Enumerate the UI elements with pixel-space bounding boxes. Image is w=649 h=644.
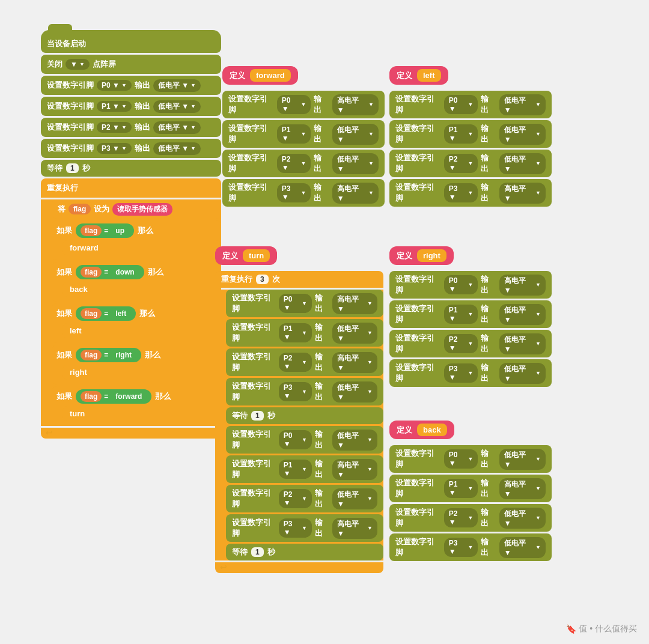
back-p0[interactable]: 设置数字引脚 P0 ▼ 输出 低电平 ▼ <box>389 445 552 473</box>
fwd-p2[interactable]: 设置数字引脚 P2 ▼ 输出 低电平 ▼ <box>222 150 385 177</box>
right-p3[interactable]: 设置数字引脚 P3 ▼ 输出 低电平 ▼ <box>389 359 552 387</box>
cond-left: flag = left <box>76 306 136 321</box>
cond-down: flag = down <box>76 265 144 279</box>
turn-p1-hi[interactable]: 设置数字引脚 P1 ▼ 输出 高电平 ▼ <box>226 455 383 483</box>
call-turn[interactable]: turn <box>62 406 221 421</box>
dot-screen-label: 点阵屏 <box>93 59 116 70</box>
right-p2[interactable]: 设置数字引脚 P2 ▼ 输出 低电平 ▼ <box>389 330 552 357</box>
watermark: 🔖 值 • 什么值得买 <box>566 624 637 634</box>
right-p1[interactable]: 设置数字引脚 P1 ▼ 输出 低电平 ▼ <box>389 300 552 328</box>
when-device-start-label: 当设备启动 <box>47 38 86 49</box>
call-back[interactable]: back <box>62 282 221 297</box>
pin-p2-dd[interactable]: P2 ▼ <box>97 122 132 133</box>
wait-1-turn1[interactable]: 等待 1 秒 <box>226 407 383 424</box>
turn-p2-lo[interactable]: 设置数字引脚 P2 ▼ 输出 低电平 ▼ <box>226 485 383 512</box>
close-display-block[interactable]: 关闭 ▼ 点阵屏 <box>41 55 221 74</box>
define-name-forward: forward <box>250 69 291 82</box>
level-p2-dd[interactable]: 低电平 ▼ <box>153 121 201 134</box>
level-p1-dd[interactable]: 低电平 ▼ <box>153 100 201 113</box>
repeat-3-block[interactable]: 重复执行 3 次 <box>215 271 383 288</box>
level-p0-dd[interactable]: 低电平 ▼ <box>153 79 201 92</box>
cond-up: flag = up <box>76 223 134 238</box>
define-name-back: back <box>417 424 447 436</box>
right-p0[interactable]: 设置数字引脚 P0 ▼ 输出 高电平 ▼ <box>389 271 552 299</box>
define-right-group: 定义 right 设置数字引脚 P0 ▼ 输出 高电平 ▼ 设置数字引脚 P1 … <box>389 246 552 389</box>
turn-p0-lo[interactable]: 设置数字引脚 P0 ▼ 输出 低电平 ▼ <box>226 426 383 454</box>
define-label-back: 定义 <box>397 425 412 436</box>
turn-p0-hi[interactable]: 设置数字引脚 P0 ▼ 输出 高电平 ▼ <box>226 290 383 317</box>
back-p1[interactable]: 设置数字引脚 P1 ▼ 输出 高电平 ▼ <box>389 475 552 502</box>
left-p0[interactable]: 设置数字引脚 P0 ▼ 输出 低电平 ▼ <box>389 91 552 118</box>
fwd-p0[interactable]: 设置数字引脚 P0 ▼ 输出 高电平 ▼ <box>222 91 385 118</box>
define-label-fwd: 定义 <box>230 70 245 81</box>
define-forward-header[interactable]: 定义 forward <box>222 66 298 85</box>
define-back-group: 定义 back 设置数字引脚 P0 ▼ 输出 低电平 ▼ 设置数字引脚 P1 ▼… <box>389 421 552 563</box>
define-back-header[interactable]: 定义 back <box>389 421 454 439</box>
cond-right: flag = right <box>76 348 141 362</box>
left-p3[interactable]: 设置数字引脚 P3 ▼ 输出 高电平 ▼ <box>389 179 552 207</box>
define-name-right: right <box>417 249 446 262</box>
left-p2[interactable]: 设置数字引脚 P2 ▼ 输出 低电平 ▼ <box>389 150 552 177</box>
when-device-start-block[interactable]: 当设备启动 <box>41 30 221 53</box>
turn-p3-lo[interactable]: 设置数字引脚 P3 ▼ 输出 低电平 ▼ <box>226 378 383 406</box>
watermark-text: 值 • 什么值得买 <box>579 624 637 634</box>
fwd-p3[interactable]: 设置数字引脚 P3 ▼ 输出 高电平 ▼ <box>222 179 385 207</box>
define-label-turn: 定义 <box>222 251 238 261</box>
set-pin-p3-init[interactable]: 设置数字引脚 P3 ▼ 输出 低电平 ▼ <box>41 139 221 158</box>
pin-p1-dd[interactable]: P1 ▼ <box>97 101 132 112</box>
call-left[interactable]: left <box>62 323 221 338</box>
define-right-header[interactable]: 定义 right <box>389 246 454 265</box>
define-label-left: 定义 <box>397 70 412 81</box>
workspace: 当设备启动 关闭 ▼ 点阵屏 设置数字引脚 P0 ▼ 输出 低电平 ▼ 设置数字… <box>0 0 649 644</box>
close-label: 关闭 <box>47 59 62 70</box>
define-turn-group: 定义 turn 重复执行 3 次 设置数字引脚 P0 ▼ 输出 高电平 ▼ 设置… <box>215 246 383 573</box>
set-flag-block[interactable]: 将 flag 设为 读取手势传感器 <box>52 199 221 219</box>
flag-var-label: flag <box>69 204 91 214</box>
define-turn-header[interactable]: 定义 turn <box>215 246 277 265</box>
level-p3-dd[interactable]: 低电平 ▼ <box>153 142 201 155</box>
pin-p0-dd[interactable]: P0 ▼ <box>97 80 132 91</box>
main-group: 当设备启动 关闭 ▼ 点阵屏 设置数字引脚 P0 ▼ 输出 低电平 ▼ 设置数字… <box>41 30 221 439</box>
define-left-group: 定义 left 设置数字引脚 P0 ▼ 输出 低电平 ▼ 设置数字引脚 P1 ▼… <box>389 66 552 208</box>
wait-1-turn2[interactable]: 等待 1 秒 <box>226 544 383 560</box>
set-pin-p1-init[interactable]: 设置数字引脚 P1 ▼ 输出 低电平 ▼ <box>41 97 221 116</box>
turn-p1-lo[interactable]: 设置数字引脚 P1 ▼ 输出 低电平 ▼ <box>226 319 383 347</box>
define-forward-group: 定义 forward 设置数字引脚 P0 ▼ 输出 高电平 ▼ 设置数字引脚 P… <box>222 66 385 208</box>
watermark-icon: 🔖 <box>566 624 576 634</box>
repeat-forever-block[interactable]: 重复执行 <box>41 178 221 198</box>
call-forward[interactable]: forward <box>62 240 221 255</box>
define-name-turn: turn <box>243 249 270 262</box>
back-p2[interactable]: 设置数字引脚 P2 ▼ 输出 低电平 ▼ <box>389 504 552 532</box>
wait-block-init[interactable]: 等待 1 秒 <box>41 160 221 177</box>
fwd-p1[interactable]: 设置数字引脚 P1 ▼ 输出 低电平 ▼ <box>222 120 385 148</box>
turn-p2-hi[interactable]: 设置数字引脚 P2 ▼ 输出 高电平 ▼ <box>226 348 383 376</box>
left-p1[interactable]: 设置数字引脚 P1 ▼ 输出 低电平 ▼ <box>389 120 552 148</box>
define-name-left: left <box>417 69 441 82</box>
back-p3[interactable]: 设置数字引脚 P3 ▼ 输出 低电平 ▼ <box>389 533 552 561</box>
gesture-sensor-label: 读取手势传感器 <box>112 203 172 216</box>
define-label-right: 定义 <box>397 251 412 261</box>
call-right[interactable]: right <box>62 365 221 380</box>
close-dropdown[interactable]: ▼ <box>66 59 90 70</box>
define-left-header[interactable]: 定义 left <box>389 66 448 85</box>
turn-p3-hi[interactable]: 设置数字引脚 P3 ▼ 输出 高电平 ▼ <box>226 514 383 542</box>
cond-forward: flag = forward <box>76 389 151 404</box>
pin-p3-dd[interactable]: P3 ▼ <box>97 143 132 154</box>
set-pin-p0-init[interactable]: 设置数字引脚 P0 ▼ 输出 低电平 ▼ <box>41 76 221 95</box>
set-pin-p2-init[interactable]: 设置数字引脚 P2 ▼ 输出 低电平 ▼ <box>41 118 221 137</box>
